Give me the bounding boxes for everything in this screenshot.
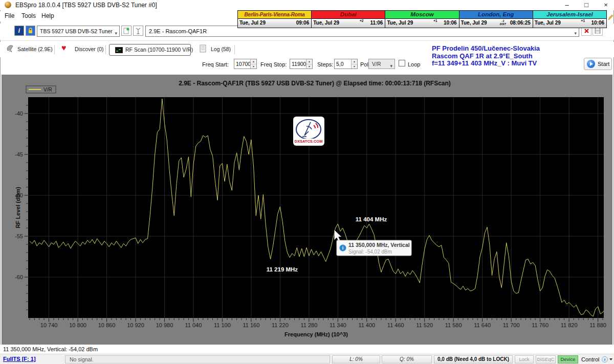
svg-text:11 640: 11 640 xyxy=(474,322,491,328)
x-axis-label: Frequency (MHz) (10^3) xyxy=(284,331,348,337)
freq-start-label: Freq Start: xyxy=(202,61,229,67)
maximize-button[interactable]: □ xyxy=(579,1,594,10)
clock-time: 08:06:25 xyxy=(510,20,531,26)
control-menu-button[interactable]: # xyxy=(602,356,613,362)
spinner-arrows[interactable]: ▲▼ xyxy=(250,59,256,69)
svg-text:11 040: 11 040 xyxy=(185,322,202,328)
level-indicator: L: 0% xyxy=(332,355,380,363)
clock-time: 10:06 xyxy=(591,20,604,26)
svg-text:11 100: 11 100 xyxy=(214,322,231,328)
app-icon xyxy=(5,2,11,8)
tuner-select[interactable]: TBS 5927 USB DVB-S2 Tuner▾ xyxy=(37,26,120,37)
svg-text:11 280: 11 280 xyxy=(300,322,317,328)
svg-text:i: i xyxy=(342,245,344,251)
clock-date: Tue, Jul 29 xyxy=(239,20,266,26)
svg-text:10 800: 10 800 xyxy=(69,322,86,328)
clock-city: London, Eng xyxy=(459,11,533,19)
clock-utc-offset: +1 xyxy=(581,19,585,22)
loop-label: Loop xyxy=(408,61,420,67)
lock-status-button[interactable]: Lock xyxy=(515,355,534,363)
clock-date: Tue, Jul 29 xyxy=(461,20,487,26)
tab-log[interactable]: Log (58) xyxy=(211,46,231,52)
svg-text:-40: -40 xyxy=(15,110,23,117)
annotation-11404: 11 404 MHz xyxy=(356,216,387,222)
menu-help[interactable]: Help xyxy=(41,12,54,19)
menu-tools[interactable]: Tools xyxy=(21,12,36,19)
satellite-input-value: 2.9E - Rascom-QAF1R xyxy=(149,28,207,34)
steps-input[interactable]: 5,0▲▼ xyxy=(334,59,358,69)
info-button[interactable]: i xyxy=(14,26,24,36)
chevron-down-icon: ▾ xyxy=(115,28,117,37)
clock-city: Moscow xyxy=(385,11,458,19)
antenna-info-line3: f=11 349+11 403 MHz_V : Muvi TV xyxy=(432,60,540,67)
window-title: EBSpro 18.0.0.4 [TBS 5927 USB DVB-S2 Tun… xyxy=(15,2,157,9)
svg-text:11 460: 11 460 xyxy=(387,322,404,328)
svg-text:#: # xyxy=(604,358,606,361)
tuner-select-value: TBS 5927 USB DVB-S2 Tuner xyxy=(40,28,113,34)
svg-text:10 980: 10 980 xyxy=(156,322,173,328)
menu-bar: File Tools Help xyxy=(0,11,235,21)
menu-file[interactable]: File xyxy=(5,12,14,19)
clock-date: Tue, Jul 29 xyxy=(387,20,413,26)
legend-label: V/R xyxy=(43,87,52,93)
freq-start-value: 10700 xyxy=(236,61,251,67)
chevron-down-icon: ▾ xyxy=(574,28,577,38)
signal-status-field: No signal. xyxy=(65,355,330,363)
clock-city: Berlin-Paris-Vienna-Roma xyxy=(238,11,311,19)
svg-text:11 700: 11 700 xyxy=(503,322,520,328)
rf-scan-chart: 2.9E - Rascom-QAF1R (TBS 5927 USB DVB-S2… xyxy=(2,75,612,345)
tab-discover[interactable]: Discover (0) xyxy=(75,46,104,52)
lock-button[interactable] xyxy=(26,26,35,36)
svg-text:10 860: 10 860 xyxy=(98,322,116,328)
logo-text: DXSATCS.COM xyxy=(295,139,323,144)
steps-label: Steps: xyxy=(317,61,333,67)
tab-rf-scan[interactable]: RF Scan (10700-11900 V/R) xyxy=(109,44,191,56)
tooltip-line1: 11 350,000 MHz, Vertical xyxy=(348,242,410,248)
chevron-down-icon: ▾ xyxy=(390,61,392,71)
edit-clocks-icon[interactable] xyxy=(607,14,613,21)
clock-city: Dubai xyxy=(312,11,385,19)
clock-dst: DST xyxy=(500,22,506,26)
svg-text:10 920: 10 920 xyxy=(127,322,144,328)
start-button[interactable]: Start xyxy=(584,58,612,70)
svg-text:11 760: 11 760 xyxy=(532,322,549,328)
clock-time: 09:06 xyxy=(296,20,310,26)
transponder-list-button[interactable] xyxy=(121,26,131,36)
close-button[interactable]: × xyxy=(598,1,613,10)
clock-jerusalem: Jerusalem-Israel Tue, Jul 29+110:06 xyxy=(533,11,606,28)
clock-time: 10:06 xyxy=(444,20,457,26)
rf-scan-icon xyxy=(115,47,123,53)
pol-select[interactable]: V/R▾ xyxy=(368,59,395,69)
fullts-link[interactable]: FullTS [F: 1] xyxy=(3,356,36,364)
diseqc-button[interactable]: DiSEqC xyxy=(536,355,556,363)
freq-stop-input[interactable]: 11900▲▼ xyxy=(290,59,313,69)
freq-start-input[interactable]: 10700▲▼ xyxy=(234,59,257,69)
svg-text:11 160: 11 160 xyxy=(243,322,259,328)
antenna-info-line2: Rascom QAF 1R at 2.9°E_South xyxy=(432,53,540,60)
tab-satellite[interactable]: Satellite (2.9E) xyxy=(17,46,53,52)
chart-title: 2.9E - Rascom-QAF1R (TBS 5927 USB DVB-S2… xyxy=(179,80,451,87)
svg-text:11 520: 11 520 xyxy=(416,322,433,328)
minimize-button[interactable]: – xyxy=(559,1,575,10)
pol-value: V/R xyxy=(372,61,381,67)
freq-stop-label: Freq Stop: xyxy=(260,61,287,67)
clock-utc-offset: +2 xyxy=(360,19,363,22)
freq-stop-value: 11900 xyxy=(292,61,306,67)
svg-text:11 820: 11 820 xyxy=(561,322,578,328)
device-button[interactable]: Device xyxy=(558,355,578,363)
svg-text:11 340: 11 340 xyxy=(330,322,346,328)
clock-time: 11:06 xyxy=(370,20,383,26)
y-axis-label: RF Level (dBm) xyxy=(15,187,21,228)
svg-text:-60: -60 xyxy=(15,274,23,280)
clock-utc-offset: +1 xyxy=(433,19,437,22)
bottom-bar: FullTS [F: 1] No signal. L: 0% Q: 0% 0,0… xyxy=(0,354,614,364)
toolbar-separator xyxy=(0,40,614,41)
spinner-arrows[interactable]: ▲▼ xyxy=(306,59,312,69)
ebspro-window: { "window": {"title": "EBSpro 18.0.0.4 [… xyxy=(0,0,614,364)
svg-text:11 880: 11 880 xyxy=(589,322,606,328)
heart-icon: ♥ xyxy=(61,43,67,53)
spinner-arrows[interactable]: ▲▼ xyxy=(351,59,357,69)
antenna-button[interactable] xyxy=(133,26,143,36)
loop-checkbox[interactable] xyxy=(399,60,405,66)
clock-date: Tue, Jul 29 xyxy=(313,20,339,26)
